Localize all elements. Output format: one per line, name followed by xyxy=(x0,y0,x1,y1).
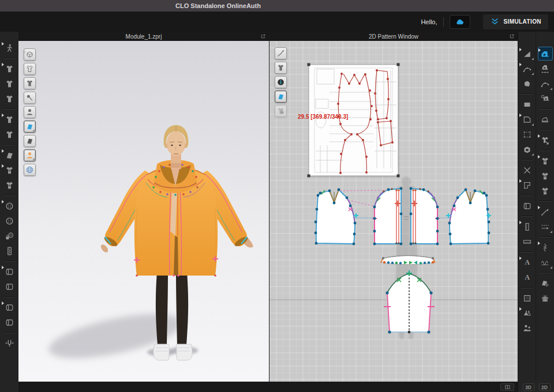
show-2d-garment-button[interactable] xyxy=(275,62,287,74)
edit-curvature-tool[interactable] xyxy=(519,62,534,76)
zipper-tool[interactable] xyxy=(2,244,17,258)
pattern-information-button[interactable] xyxy=(275,76,287,88)
submenu-corner xyxy=(32,158,35,160)
pleats-icon xyxy=(522,293,532,303)
segment-sewing-3d-tool[interactable] xyxy=(2,112,17,126)
simulation-button[interactable]: SIMULATION xyxy=(483,14,548,29)
piping-edit-tool[interactable] xyxy=(2,280,17,293)
rectangle-tool[interactable] xyxy=(519,97,534,111)
render-mode-button[interactable] xyxy=(24,48,36,61)
text-tool[interactable] xyxy=(519,270,534,284)
graphic-2d-tool[interactable] xyxy=(538,154,553,168)
info-icon xyxy=(276,78,285,86)
pattern-clone-tool[interactable] xyxy=(519,142,534,156)
seam-taping-tool[interactable] xyxy=(538,112,553,126)
pattern-back-right[interactable] xyxy=(446,190,491,244)
piping-tool[interactable] xyxy=(2,265,17,278)
annotation-tool[interactable] xyxy=(519,255,534,269)
button-fasten-tool[interactable] xyxy=(2,229,17,243)
show-fabric-2d-button[interactable] xyxy=(275,91,287,103)
button-tool[interactable] xyxy=(2,199,17,213)
internal-line-tool[interactable] xyxy=(538,205,553,218)
select-avatar-button[interactable] xyxy=(24,106,36,118)
show-fabric-button[interactable] xyxy=(24,120,36,133)
dart-tool[interactable] xyxy=(519,127,534,141)
graphic-tool[interactable] xyxy=(2,163,17,177)
cloud-sync-button[interactable] xyxy=(450,15,470,29)
examine-sewing-tool[interactable] xyxy=(538,92,553,105)
grading-tool[interactable] xyxy=(519,321,534,335)
pin-clip-tool[interactable] xyxy=(2,336,17,350)
baseline-tool[interactable] xyxy=(538,220,553,233)
view-2d-button[interactable]: 2D xyxy=(539,383,551,391)
dashrect-icon xyxy=(522,130,532,140)
view-mode-buttons: 3D 2D xyxy=(518,383,554,391)
shirring-tool[interactable] xyxy=(538,240,553,254)
show-environment-button[interactable] xyxy=(24,164,36,176)
garment-coat[interactable] xyxy=(99,160,253,277)
fold-simulation-tool[interactable] xyxy=(538,276,553,290)
pattern-collar[interactable] xyxy=(381,256,435,265)
binding-tool[interactable] xyxy=(2,300,17,314)
trace-tool[interactable] xyxy=(519,178,534,192)
popout-icon[interactable] xyxy=(509,33,515,39)
show-pattern-mesh-button[interactable] xyxy=(24,135,36,147)
garment-pin-tool[interactable] xyxy=(2,92,17,105)
view-2d-label: 2D xyxy=(541,385,548,390)
viewport-3d[interactable] xyxy=(18,41,269,382)
cut-tool[interactable] xyxy=(519,163,534,177)
polygon-tool[interactable] xyxy=(519,112,534,126)
pattern-sleeve[interactable] xyxy=(384,270,435,334)
select-pin-button[interactable] xyxy=(24,92,36,104)
sewing-edit-3d-tool[interactable] xyxy=(2,127,17,141)
measure-tool[interactable] xyxy=(519,235,534,248)
imported-pattern-block[interactable] xyxy=(308,63,400,178)
view-3d-button[interactable]: 3D xyxy=(523,383,534,391)
pattern-scene xyxy=(269,41,518,382)
show-3d-garment-button[interactable] xyxy=(24,63,36,75)
freeze-pattern-button xyxy=(275,105,287,117)
toolbar-separator xyxy=(521,216,533,217)
garment-pen-tool[interactable] xyxy=(2,77,17,91)
garment-move-tool[interactable] xyxy=(2,62,17,76)
select-garment-button[interactable] xyxy=(24,77,36,89)
segment-sewing-tool[interactable] xyxy=(538,47,553,61)
shirt-icon xyxy=(25,79,34,88)
viewport-3d-header[interactable]: Module_1.zprj xyxy=(18,32,269,41)
mn-sewing-tool[interactable] xyxy=(538,77,553,91)
edit-texture-2d-button[interactable] xyxy=(275,47,287,59)
texture-editor-tool[interactable] xyxy=(538,184,553,198)
pattern-color-tool[interactable] xyxy=(538,169,553,183)
window-title-bar[interactable]: CLO Standalone OnlineAuth xyxy=(0,0,554,12)
fabric-tool[interactable] xyxy=(2,148,17,162)
popout-icon[interactable] xyxy=(260,33,266,39)
pleats-tool[interactable] xyxy=(519,291,534,305)
split-view-button[interactable] xyxy=(500,383,514,391)
pattern-2d-header[interactable]: 2D Pattern Window xyxy=(269,32,518,41)
avatar-pose-tool[interactable] xyxy=(2,41,17,55)
fabric-strip-tool[interactable] xyxy=(519,199,534,213)
pattern-canvas[interactable]: 29.5 [369.87/340.3] xyxy=(269,41,518,382)
transform-pattern-tool[interactable] xyxy=(519,47,534,61)
binding-edit-tool[interactable] xyxy=(2,315,17,329)
pattern-front-right[interactable] xyxy=(411,189,440,244)
ruler-v-icon xyxy=(522,222,532,232)
viewport-3d-panel: Module_1.zprj xyxy=(18,32,269,382)
trim-package-tool[interactable] xyxy=(538,291,553,305)
attach-to-garment-tool[interactable] xyxy=(538,133,553,147)
pattern-front-left[interactable] xyxy=(372,189,401,244)
toolbar-separator xyxy=(521,195,533,196)
colorway-tool[interactable] xyxy=(2,178,17,192)
seam-allowance-tool[interactable] xyxy=(519,220,534,233)
free-sewing-tool[interactable] xyxy=(538,62,553,76)
buttonhole-tool[interactable] xyxy=(2,214,17,228)
pattern-back-left[interactable] xyxy=(316,190,358,244)
fold-arrangement-tool[interactable] xyxy=(519,306,534,320)
add-point-tool[interactable] xyxy=(519,77,534,91)
smocking-tool[interactable] xyxy=(538,255,553,269)
shirt-icon xyxy=(5,79,14,89)
person-icon xyxy=(5,43,14,53)
show-avatar-button[interactable] xyxy=(24,149,36,161)
dropdown-flag xyxy=(538,134,540,138)
grading-icon xyxy=(522,323,532,333)
